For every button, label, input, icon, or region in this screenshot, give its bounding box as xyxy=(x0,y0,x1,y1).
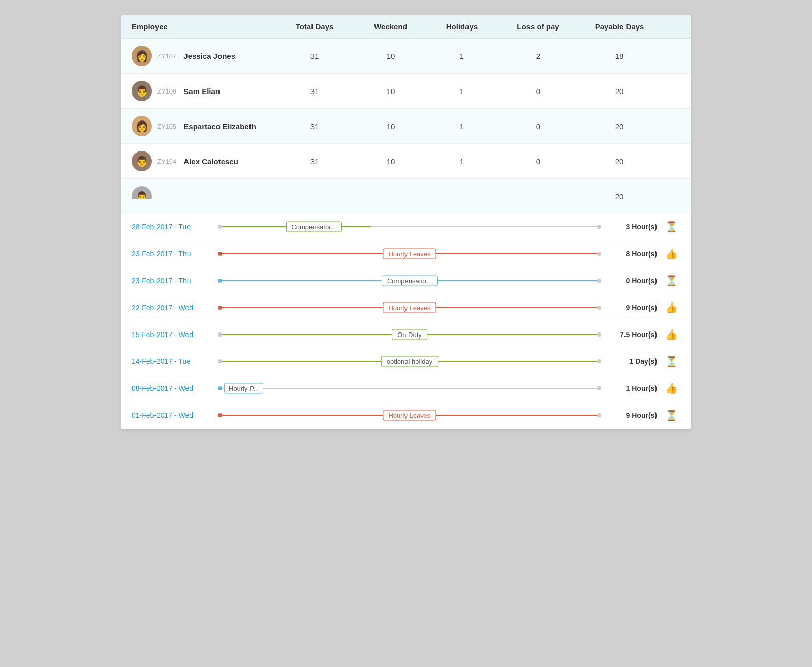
employee-id: ZY104 xyxy=(157,158,176,165)
avatar: 👩 xyxy=(132,46,152,66)
avatar: 👩 xyxy=(132,116,152,136)
bar-label: Hourly Leaves xyxy=(383,410,436,421)
bar-label: On Duty xyxy=(392,329,427,340)
holidays: 1 xyxy=(426,52,497,60)
list-item[interactable]: 14-Feb-2017 - Tue optional holiday 1 Day… xyxy=(132,348,680,375)
timeline-hours: 9 Hour(s) xyxy=(606,411,657,419)
timeline-date[interactable]: 22-Feb-2017 - Wed xyxy=(132,304,213,312)
weekend: 10 xyxy=(355,87,426,96)
employee-info: 👨 xyxy=(132,186,274,206)
table-header: Employee Total Days Weekend Holidays Los… xyxy=(121,15,691,39)
timeline-hours: 8 Hour(s) xyxy=(606,250,657,258)
timeline-date[interactable]: 23-Feb-2017 - Thu xyxy=(132,277,213,285)
total-days: 31 xyxy=(274,87,355,96)
payable-days: 20 xyxy=(579,87,660,96)
hourglass-icon: ⏳ xyxy=(662,409,680,421)
loss-of-pay: 0 xyxy=(497,157,579,166)
list-item[interactable]: 15-Feb-2017 - Wed On Duty 7.5 Hour(s) 👍 xyxy=(132,321,680,348)
table-row-expanded[interactable]: 👨 20 xyxy=(121,179,691,214)
table-row[interactable]: 👩 ZY107 Jessica Jones 31 10 1 2 18 xyxy=(121,39,691,74)
employee-name: Sam Elian xyxy=(183,87,220,96)
thumbsup-icon: 👍 xyxy=(662,248,680,260)
list-item[interactable]: 28-Feb-2017 - Tue Compensator... 3 Hour(… xyxy=(132,214,680,240)
timeline-date[interactable]: 14-Feb-2017 - Tue xyxy=(132,357,213,366)
list-item[interactable]: 22-Feb-2017 - Wed Hourly Leaves 9 Hour(s… xyxy=(132,294,680,321)
bar-label: optional holiday xyxy=(381,356,438,367)
hourglass-icon: ⏳ xyxy=(662,355,680,368)
timeline-date[interactable]: 28-Feb-2017 - Tue xyxy=(132,223,213,231)
employee-info: 👨 ZY104 Alex Calotescu xyxy=(132,151,274,171)
loss-of-pay: 0 xyxy=(497,87,579,96)
employee-info: 👩 ZY107 Jessica Jones xyxy=(132,46,274,66)
timeline-bar: Hourly Leaves xyxy=(218,409,601,421)
timeline-date[interactable]: 23-Feb-2017 - Thu xyxy=(132,250,213,258)
bar-label: Hourly Leaves xyxy=(383,249,436,259)
bar-label: Compensator... xyxy=(286,222,341,232)
timeline-rows: 28-Feb-2017 - Tue Compensator... 3 Hour(… xyxy=(121,214,691,429)
table-row[interactable]: 👩 ZY105 Espartaco Elizabeth 31 10 1 0 20 xyxy=(121,109,691,144)
timeline-bar: Hourly P... xyxy=(218,382,601,395)
weekend: 10 xyxy=(355,52,426,60)
timeline-hours: 9 Hour(s) xyxy=(606,304,657,312)
bar-label: Hourly Leaves xyxy=(383,302,436,313)
employee-id: ZY105 xyxy=(157,123,176,130)
payable-days: 20 xyxy=(579,157,660,166)
timeline-bar: Hourly Leaves xyxy=(218,301,601,314)
employee-name: Jessica Jones xyxy=(183,52,235,60)
employee-name: Alex Calotescu xyxy=(183,157,238,166)
weekend: 10 xyxy=(355,122,426,131)
hourglass-icon: ⏳ xyxy=(662,275,680,287)
avatar: 👨 xyxy=(132,186,152,206)
timeline-bar: Compensator... xyxy=(218,221,601,233)
timeline-hours: 0 Hour(s) xyxy=(606,277,657,285)
hourglass-icon: ⏳ xyxy=(662,221,680,233)
holidays: 1 xyxy=(426,87,497,96)
thumbsup-icon: 👍 xyxy=(662,382,680,395)
col-employee: Employee xyxy=(132,22,274,31)
payable-days: 20 xyxy=(579,122,660,131)
col-total-days: Total Days xyxy=(274,22,355,31)
total-days: 31 xyxy=(274,52,355,60)
employee-info: 👨 ZY106 Sam Elian xyxy=(132,81,274,101)
holidays: 1 xyxy=(426,157,497,166)
holidays: 1 xyxy=(426,122,497,131)
timeline-bar: Compensator... xyxy=(218,275,601,287)
payable-days: 18 xyxy=(579,52,660,60)
weekend: 10 xyxy=(355,157,426,166)
col-payable: Payable Days xyxy=(579,22,660,31)
employee-info: 👩 ZY105 Espartaco Elizabeth xyxy=(132,116,274,136)
timeline-date[interactable]: 08-Feb-2017 - Wed xyxy=(132,384,213,392)
col-holidays: Holidays xyxy=(426,22,497,31)
timeline-bar: optional holiday xyxy=(218,355,601,368)
avatar: 👨 xyxy=(132,81,152,101)
loss-of-pay: 0 xyxy=(497,122,579,131)
col-lop: Loss of pay xyxy=(497,22,579,31)
table-row[interactable]: 👨 ZY104 Alex Calotescu 31 10 1 0 20 xyxy=(121,144,691,179)
list-item[interactable]: 23-Feb-2017 - Thu Compensator... 0 Hour(… xyxy=(132,267,680,294)
bar-label: Hourly P... xyxy=(224,383,263,394)
table-row[interactable]: 👨 ZY106 Sam Elian 31 10 1 0 20 xyxy=(121,74,691,109)
timeline-hours: 7.5 Hour(s) xyxy=(606,330,657,339)
employee-id: ZY106 xyxy=(157,87,176,95)
timeline-hours: 3 Hour(s) xyxy=(606,223,657,231)
timeline-hours: 1 Day(s) xyxy=(606,357,657,366)
list-item[interactable]: 08-Feb-2017 - Wed Hourly P... 1 Hour(s) … xyxy=(132,375,680,402)
avatar: 👨 xyxy=(132,151,152,171)
timeline-section: 28-Feb-2017 - Tue Compensator... 3 Hour(… xyxy=(121,214,691,429)
main-container: Employee Total Days Weekend Holidays Los… xyxy=(121,15,691,429)
thumbsup-icon: 👍 xyxy=(662,301,680,314)
payable-days: 20 xyxy=(579,192,660,201)
list-item[interactable]: 01-Feb-2017 - Wed Hourly Leaves 9 Hour(s… xyxy=(132,402,680,429)
thumbsup-icon: 👍 xyxy=(662,328,680,341)
total-days: 31 xyxy=(274,157,355,166)
timeline-bar: On Duty xyxy=(218,328,601,341)
loss-of-pay: 2 xyxy=(497,52,579,60)
timeline-hours: 1 Hour(s) xyxy=(606,384,657,392)
bar-label: Compensator... xyxy=(382,276,438,286)
timeline-date[interactable]: 15-Feb-2017 - Wed xyxy=(132,330,213,339)
total-days: 31 xyxy=(274,122,355,131)
employee-name: Espartaco Elizabeth xyxy=(183,122,256,131)
timeline-date[interactable]: 01-Feb-2017 - Wed xyxy=(132,411,213,419)
employee-id: ZY107 xyxy=(157,52,176,60)
list-item[interactable]: 23-Feb-2017 - Thu Hourly Leaves 8 Hour(s… xyxy=(132,240,680,267)
